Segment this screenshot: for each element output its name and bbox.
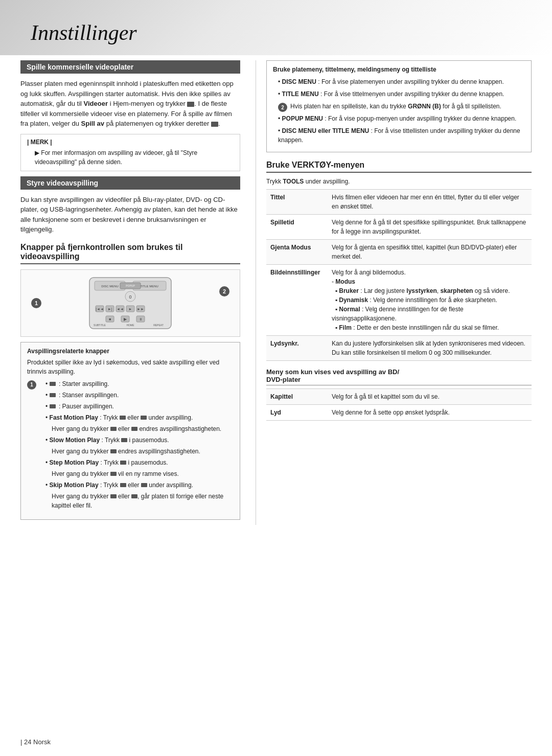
- section1-header: Spille kommersielle videoplater: [20, 60, 240, 74]
- notes-intro: Produktet spiller ikke av lyd i søkemodu…: [27, 358, 234, 376]
- lyd-value: Velg denne for å sette opp ønsket lydspr…: [328, 405, 532, 421]
- gjenta-value: Velg for å gjenta en spesifikk tittel, k…: [328, 240, 532, 265]
- svg-text:■: ■: [109, 317, 111, 321]
- tittel-value: Hvis filmen eller videoen har mer enn én…: [328, 190, 532, 215]
- tools-section-title: Bruke VERKTØY-menyen: [266, 161, 532, 173]
- section2-header: Styre videoavspilling: [20, 176, 240, 190]
- skip-motion-item: Skip Motion Play : Trykk eller under avs…: [39, 480, 234, 490]
- merk-item: For mer informasjon om avspilling av vid…: [27, 148, 234, 167]
- remote-svg: 1 DISC MENU TITLE MENU POPUP 0: [26, 275, 235, 331]
- section1-intro: Plasser platen med egeninnspilt innhold …: [20, 79, 240, 129]
- lydsynkr-label: Lydsynkr.: [266, 336, 328, 361]
- svg-text:◄◄: ◄◄: [117, 307, 124, 311]
- table-row: Kapittel Velg for å gå til et kapittel s…: [266, 389, 532, 405]
- svg-text:▶: ▶: [124, 317, 127, 322]
- table-row: Lydsynkr. Kan du justere lydforsinkelsen…: [266, 336, 532, 361]
- fast-motion-sub: Hver gang du trykker eller endres avspil…: [39, 424, 234, 433]
- spilletid-label: Spilletid: [266, 215, 328, 240]
- bd-table: Kapittel Velg for å gå til et kapittel s…: [266, 388, 532, 421]
- spilletid-value: Velg denne for å gå til det spesifikke s…: [328, 215, 532, 240]
- content-wrapper: Spille kommersielle videoplater Plasser …: [0, 60, 552, 525]
- svg-text:POPUP: POPUP: [126, 284, 135, 287]
- tools-subtitle: Trykk TOOLS under avspilling.: [266, 177, 532, 186]
- svg-text:DISC MENU: DISC MENU: [101, 285, 119, 288]
- fast-motion-item: Fast Motion Play : Trykk eller under avs…: [39, 413, 234, 422]
- slow-motion-sub: Hver gang du trykker endres avspillingsh…: [39, 447, 234, 456]
- disc-title-menu-item: DISC MENU eller TITLE MENU : For å vise …: [273, 126, 525, 145]
- step-motion-item: Step Motion Play : Trykk i pausemodus.: [39, 458, 234, 467]
- table-row: Lyd Velg denne for å sette opp ønsket ly…: [266, 405, 532, 421]
- table-row: Tittel Hvis filmen eller videoen har mer…: [266, 190, 532, 215]
- svg-text:0: 0: [129, 294, 131, 300]
- page-title: Innstillinger: [31, 20, 521, 45]
- section3-header: Knapper på fjernkontrollen som brukes ti…: [20, 243, 240, 264]
- kapittel-value: Velg for å gå til et kapittel som du vil…: [328, 389, 532, 405]
- merk-title: | MERK |: [27, 139, 234, 146]
- remote-diagram: 1 DISC MENU TITLE MENU POPUP 0: [20, 269, 240, 337]
- gjenta-label: Gjenta Modus: [266, 240, 328, 265]
- svg-text:SUBTITLE: SUBTITLE: [94, 324, 106, 327]
- svg-text:REPEAT: REPEAT: [153, 324, 164, 327]
- remote-control-svg: DISC MENU TITLE MENU POPUP 0 |◄◄ ►| ◄◄: [74, 275, 187, 331]
- svg-text:|◄◄: |◄◄: [96, 307, 104, 311]
- tools-table: Tittel Hvis filmen eller videoen har mer…: [266, 189, 532, 361]
- badge1-content: : Starter avspilling. : Stanser avspilli…: [39, 379, 234, 512]
- badge2-content: Hvis platen har en spilleliste, kan du t…: [290, 102, 501, 111]
- tittel-label: Tittel: [266, 190, 328, 215]
- table-row: Spilletid Velg denne for å gå til det sp…: [266, 215, 532, 240]
- svg-text:TITLE MENU: TITLE MENU: [140, 285, 158, 288]
- right-header-title: Bruke platemeny, tittelmeny, meldingsmen…: [273, 65, 525, 74]
- section2-intro: Du kan styre avspillingen av videofiler …: [20, 195, 240, 235]
- bd-section-title: Meny som kun vises ved avspilling av BD/…: [266, 368, 532, 385]
- stop-item: : Stanser avspillingen.: [39, 391, 234, 400]
- page-footer: | 24 Norsk: [20, 738, 51, 746]
- svg-text:HOME: HOME: [127, 324, 135, 327]
- svg-text:►►: ►►: [137, 307, 144, 311]
- right-column: Bruke platemeny, tittelmeny, meldingsmen…: [256, 60, 532, 525]
- svg-text:►: ►: [129, 307, 132, 311]
- play-item: : Starter avspilling.: [39, 379, 234, 388]
- skip-motion-sub: Hver gang du trykker eller , går platen …: [39, 492, 234, 510]
- lydsynkr-value: Kan du justere lydforsinkelsen slik at l…: [328, 336, 532, 361]
- notes-box: Avspillingsrelaterte knapper Produktet s…: [20, 342, 240, 520]
- svg-text:⏸: ⏸: [139, 317, 143, 321]
- slow-motion-item: Slow Motion Play : Trykk i pausemodus.: [39, 436, 234, 445]
- notes-box-title: Avspillingsrelaterte knapper: [27, 348, 234, 355]
- bilde-label: Bildeinnstillinger: [266, 265, 328, 336]
- page-header: Innstillinger: [0, 0, 552, 55]
- table-row: Bildeinnstillinger Velg for å angi bilde…: [266, 265, 532, 336]
- pause-item: : Pauser avpillingen.: [39, 402, 234, 411]
- bilde-value: Velg for å angi bildemodus. - Modus ▪ Br…: [328, 265, 532, 336]
- svg-text:►|: ►|: [108, 307, 112, 311]
- left-column: Spille kommersielle videoplater Plasser …: [20, 60, 256, 525]
- merk-box: | MERK | For mer informasjon om avspilli…: [20, 134, 240, 171]
- disc-menu-item: DISC MENU : For å vise platemenyen under…: [273, 77, 525, 86]
- right-header-box: Bruke platemeny, tittelmeny, meldingsmen…: [266, 60, 532, 152]
- badge-1: 1: [31, 298, 41, 308]
- popup-menu-item: POPUP MENU : For å vise popup-menyen und…: [273, 114, 525, 123]
- badge-2: 2: [219, 286, 229, 296]
- title-menu-item: TITLE MENU : For å vise tittelmenyen und…: [273, 89, 525, 99]
- table-row: Gjenta Modus Velg for å gjenta en spesif…: [266, 240, 532, 265]
- step-motion-sub: Hver gang du trykker vil en ny ramme vis…: [39, 469, 234, 478]
- kapittel-label: Kapittel: [266, 389, 328, 405]
- lyd-label: Lyd: [266, 405, 328, 421]
